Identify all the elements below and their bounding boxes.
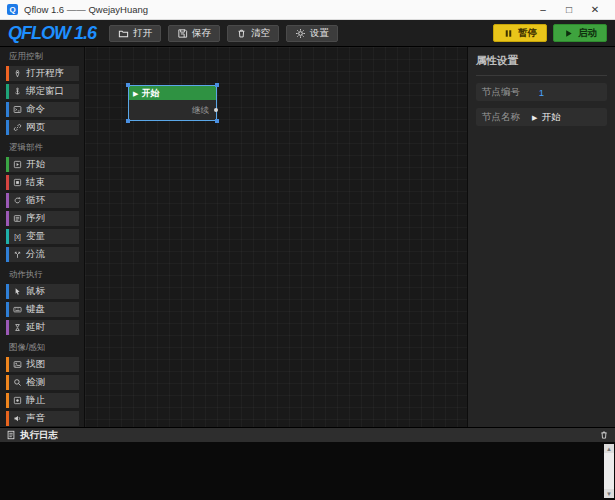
sidebar-item-label: 打开程序 (26, 67, 64, 80)
link-icon (13, 123, 22, 132)
sidebar-item-label: 结束 (26, 176, 45, 189)
play-icon: ▶ (133, 90, 138, 97)
save-icon (177, 28, 188, 39)
trash-icon (236, 28, 247, 39)
app-header: QFLOW 1.6 打开 保存 清空 设置 暂停 启动 (0, 20, 615, 47)
sidebar-item-label: 检测 (26, 376, 45, 389)
output-port-label: 继续 (192, 105, 209, 117)
sidebar-item-label: 静止 (26, 394, 45, 407)
gear-icon (295, 28, 306, 39)
main-area: 应用控制 打开程序 绑定窗口 命令 网页 逻辑部件 开始 结束 循环 (0, 47, 615, 427)
loop-icon (13, 196, 22, 205)
category-app-control: 应用控制 (0, 47, 84, 66)
sidebar-item-webpage[interactable]: 网页 (6, 120, 79, 135)
sidebar-item-detect[interactable]: 检测 (6, 375, 79, 390)
sidebar-item-bind-window[interactable]: 绑定窗口 (6, 84, 79, 99)
maximize-button[interactable]: □ (556, 0, 582, 20)
sidebar-item-label: 延时 (26, 321, 45, 334)
sidebar-item-find-image[interactable]: 找图 (6, 357, 79, 372)
sidebar-item-label: 变量 (26, 230, 45, 243)
pause-button[interactable]: 暂停 (493, 24, 547, 42)
folder-open-icon (118, 28, 129, 39)
prop-row-node-name[interactable]: 节点名称 ▶ 开始 (476, 108, 607, 126)
window-controls: – □ ✕ (530, 0, 608, 20)
sidebar-item-keyboard[interactable]: 键盘 (6, 302, 79, 317)
stop-square-icon (13, 178, 22, 187)
cursor-icon (13, 287, 22, 296)
anchor-icon (13, 87, 22, 96)
sidebar-item-still[interactable]: 静止 (6, 393, 79, 408)
properties-panel: 属性设置 节点编号 1 节点名称 ▶ 开始 (467, 47, 615, 427)
clear-log-button[interactable] (599, 430, 609, 440)
clear-button[interactable]: 清空 (227, 25, 279, 42)
log-scrollbar[interactable]: ▲ ▼ (604, 444, 614, 498)
log-header: 执行日志 (0, 428, 615, 442)
open-button-label: 打开 (133, 27, 152, 40)
sidebar-item-label: 命令 (26, 103, 45, 116)
start-button[interactable]: 启动 (553, 24, 607, 42)
rocket-icon (13, 69, 22, 78)
still-icon (13, 396, 22, 405)
play-icon (563, 28, 574, 39)
prop-label-node-name: 节点名称 (482, 111, 520, 124)
sidebar-item-command[interactable]: 命令 (6, 102, 79, 117)
sidebar-item-end[interactable]: 结束 (6, 175, 79, 190)
settings-button[interactable]: 设置 (286, 25, 338, 42)
node-header[interactable]: ▶ 开始 (129, 86, 216, 100)
prop-row-node-id[interactable]: 节点编号 1 (476, 83, 607, 101)
open-button[interactable]: 打开 (109, 25, 161, 42)
scroll-up-button[interactable]: ▲ (604, 444, 614, 453)
sidebar-item-label: 声音 (26, 412, 45, 425)
app-icon: Q (7, 4, 18, 15)
resize-handle[interactable] (126, 83, 130, 87)
keyboard-icon (13, 305, 22, 314)
prop-value-node-id: 1 (476, 87, 607, 98)
log-body[interactable]: ▲ ▼ (0, 442, 615, 500)
flow-canvas[interactable]: ▶ 开始 继续 (85, 47, 467, 427)
close-button[interactable]: ✕ (582, 0, 608, 20)
run-controls: 暂停 启动 (493, 24, 607, 42)
image-icon (13, 360, 22, 369)
speaker-icon (13, 414, 22, 423)
document-icon (6, 430, 16, 440)
sidebar-item-label: 开始 (26, 158, 45, 171)
sidebar-item-label: 找图 (26, 358, 45, 371)
pause-icon (503, 28, 514, 39)
sidebar-item-loop[interactable]: 循环 (6, 193, 79, 208)
play-icon: ▶ (532, 114, 537, 121)
sidebar-item-mouse[interactable]: 鼠标 (6, 284, 79, 299)
output-port[interactable] (214, 108, 218, 112)
variable-icon (13, 232, 22, 241)
category-image-sense: 图像/感知 (0, 338, 84, 357)
node-start[interactable]: ▶ 开始 继续 (128, 85, 217, 121)
save-button[interactable]: 保存 (168, 25, 220, 42)
sidebar-item-branch[interactable]: 分流 (6, 247, 79, 262)
node-body: 继续 (129, 100, 216, 120)
hourglass-icon (13, 323, 22, 332)
category-logic-parts: 逻辑部件 (0, 138, 84, 157)
sidebar-item-label: 序列 (26, 212, 45, 225)
sidebar-item-label: 键盘 (26, 303, 45, 316)
sidebar-item-label: 网页 (26, 121, 45, 134)
sidebar-item-label: 绑定窗口 (26, 85, 64, 98)
sidebar-item-label: 鼠标 (26, 285, 45, 298)
sidebar-item-variable[interactable]: 变量 (6, 229, 79, 244)
scroll-down-button[interactable]: ▼ (604, 489, 614, 498)
settings-button-label: 设置 (310, 27, 329, 40)
resize-handle[interactable] (215, 83, 219, 87)
sidebar-item-sound[interactable]: 声音 (6, 411, 79, 426)
log-title: 执行日志 (20, 429, 58, 442)
minimize-button[interactable]: – (530, 0, 556, 20)
sidebar-item-delay[interactable]: 延时 (6, 320, 79, 335)
prop-value-node-name: ▶ 开始 (532, 111, 560, 124)
sidebar-item-open-program[interactable]: 打开程序 (6, 66, 79, 81)
list-icon (13, 214, 22, 223)
sidebar-item-label: 分流 (26, 248, 45, 261)
sidebar-item-start[interactable]: 开始 (6, 157, 79, 172)
sidebar-item-label: 循环 (26, 194, 45, 207)
clear-button-label: 清空 (251, 27, 270, 40)
branch-icon (13, 250, 22, 259)
pause-button-label: 暂停 (518, 27, 537, 40)
play-square-icon (13, 160, 22, 169)
sidebar-item-sequence[interactable]: 序列 (6, 211, 79, 226)
